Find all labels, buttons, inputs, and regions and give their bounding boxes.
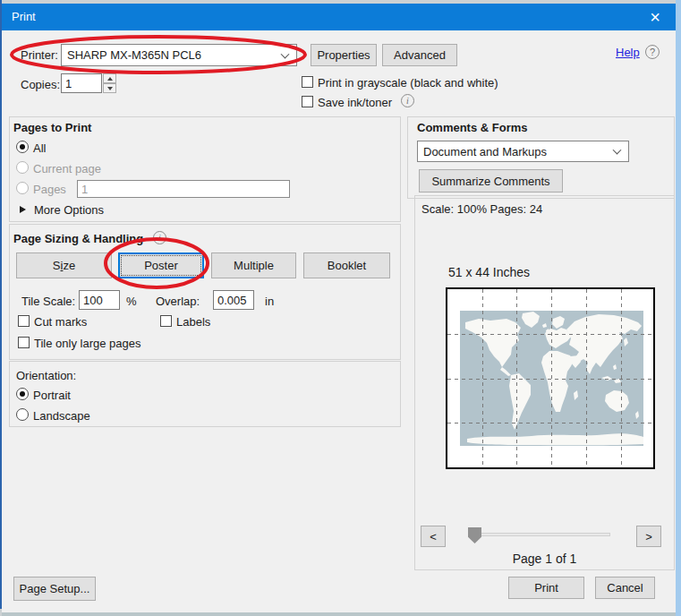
printer-label: Printer: <box>21 48 58 62</box>
tile-scale-label: Tile Scale: <box>21 295 75 308</box>
previous-page-button[interactable]: < <box>421 526 446 547</box>
window-border-right <box>676 0 681 616</box>
cut-marks-label: Cut marks <box>34 315 87 329</box>
orientation-title: Orientation: <box>16 369 76 382</box>
radio-landscape[interactable] <box>16 408 29 421</box>
radio-current-page-label: Current page <box>33 162 101 175</box>
cancel-button[interactable]: Cancel <box>595 577 655 599</box>
tile-scale-input[interactable] <box>79 290 120 310</box>
more-options-expander-icon[interactable] <box>20 206 26 213</box>
page-sizing-title: Page Sizing & Handling <box>13 232 143 245</box>
radio-all-label[interactable]: All <box>33 141 46 155</box>
cancel-button-label: Cancel <box>607 581 643 595</box>
properties-button[interactable]: Properties <box>311 44 377 66</box>
pages-to-print-title: Pages to Print <box>13 121 91 134</box>
save-ink-info-icon: i <box>401 94 414 107</box>
comments-forms-dropdown-value: Document and Markups <box>423 145 547 158</box>
scale-pages-text: Scale: 100% Pages: 24 <box>421 202 542 216</box>
overlap-unit: in <box>265 295 274 308</box>
page-setup-button[interactable]: Page Setup... <box>13 577 96 601</box>
poster-button-label: Poster <box>144 259 178 272</box>
comments-forms-dropdown[interactable]: Document and Markups <box>417 141 629 162</box>
advanced-button-label: Advanced <box>394 48 446 62</box>
size-button-label: S <box>53 259 61 272</box>
radio-landscape-label[interactable]: Landscape <box>33 409 90 423</box>
multiple-button-label: Multiple <box>234 259 274 272</box>
close-icon[interactable]: × <box>643 4 668 30</box>
radio-pages-label: Pages <box>33 183 66 196</box>
multiple-button[interactable]: Multiple <box>211 252 296 278</box>
radio-portrait-label[interactable]: Portrait <box>33 389 71 402</box>
arrow-up-icon <box>107 77 113 81</box>
page-slider-thumb[interactable] <box>468 527 481 543</box>
dialog-title: Print <box>12 10 36 23</box>
print-button-label: Print <box>534 581 558 595</box>
tile-cut-line-horizontal <box>447 379 653 380</box>
tile-only-checkbox[interactable] <box>18 337 30 348</box>
page-setup-label: Page Setup... <box>20 582 90 595</box>
size-button-label-rest: ze <box>63 259 75 272</box>
labels-label: Labels <box>176 315 210 329</box>
cut-marks-checkbox[interactable] <box>18 315 30 327</box>
help-question-icon[interactable]: ? <box>645 45 660 59</box>
printer-dropdown[interactable]: SHARP MX-M365N PCL6 <box>61 44 297 66</box>
save-ink-label: Save ink/toner <box>318 96 392 109</box>
comments-forms-group: Comments & Forms Document and Markups Su… <box>407 116 675 199</box>
overlap-input[interactable] <box>213 290 254 310</box>
radio-all[interactable] <box>16 141 29 153</box>
next-page-label: > <box>645 530 652 543</box>
summarize-comments-label: Summarize Comments <box>431 175 549 188</box>
tile-cut-line-horizontal <box>447 423 653 424</box>
print-button[interactable]: Print <box>508 577 584 599</box>
radio-current-page[interactable] <box>16 161 29 174</box>
orientation-group: Orientation: Portrait Landscape <box>9 361 401 427</box>
help-link[interactable]: Help <box>616 46 640 59</box>
tile-cut-line-horizontal <box>447 334 653 335</box>
copies-input[interactable] <box>61 73 102 93</box>
window-border-bottom <box>2 612 676 616</box>
stepper-up-button[interactable] <box>103 73 116 83</box>
preview-group: Scale: 100% Pages: 24 51 x 44 Inches <box>414 195 675 570</box>
advanced-button[interactable]: Advanced <box>382 44 457 66</box>
booklet-button[interactable]: Booklet <box>303 252 390 278</box>
radio-portrait[interactable] <box>16 388 29 400</box>
tile-scale-unit: % <box>126 295 137 308</box>
comments-forms-title: Comments & Forms <box>417 121 528 134</box>
summarize-comments-button[interactable]: Summarize Comments <box>419 169 563 192</box>
poster-button[interactable]: Poster <box>118 252 204 278</box>
chevron-down-icon <box>281 49 290 58</box>
copies-stepper[interactable] <box>103 73 116 93</box>
tile-grid-lines <box>447 289 653 467</box>
overlap-label: Overlap: <box>156 295 200 308</box>
more-options-label[interactable]: More Options <box>34 203 104 217</box>
chevron-down-icon <box>613 146 622 155</box>
next-page-button[interactable]: > <box>636 526 661 547</box>
pages-to-print-group: Pages to Print All Current page Pages Mo… <box>9 116 401 222</box>
arrow-down-icon <box>107 87 113 90</box>
save-ink-checkbox[interactable] <box>302 96 313 107</box>
page-indicator-text: Page 1 of 1 <box>415 552 674 566</box>
tile-only-label: Tile only large pages <box>34 337 140 350</box>
pages-range-input[interactable] <box>77 180 290 198</box>
grayscale-label: Print in grayscale (black and white) <box>318 76 498 90</box>
radio-pages[interactable] <box>16 182 29 194</box>
labels-checkbox[interactable] <box>160 315 172 327</box>
page-sizing-group: Page Sizing & Handling i Size Poster Mul… <box>9 224 401 360</box>
print-dialog: Print × Printer: SHARP MX-M365N PCL6 Pro… <box>2 4 676 612</box>
previous-page-label: < <box>430 530 437 543</box>
page-slider-track[interactable] <box>469 533 610 536</box>
printer-dropdown-value: SHARP MX-M365N PCL6 <box>67 48 201 62</box>
size-button[interactable]: Size <box>16 252 112 278</box>
page-sizing-info-icon: i <box>153 231 166 244</box>
stepper-down-button[interactable] <box>103 83 116 93</box>
booklet-button-label: Booklet <box>328 259 366 272</box>
copies-label: Copies: <box>21 78 60 91</box>
page-preview <box>446 287 655 469</box>
title-bar: Print × <box>2 4 676 30</box>
document-dimensions-text: 51 x 44 Inches <box>448 266 530 279</box>
properties-button-label: Properties <box>317 48 370 62</box>
grayscale-checkbox[interactable] <box>302 76 313 88</box>
